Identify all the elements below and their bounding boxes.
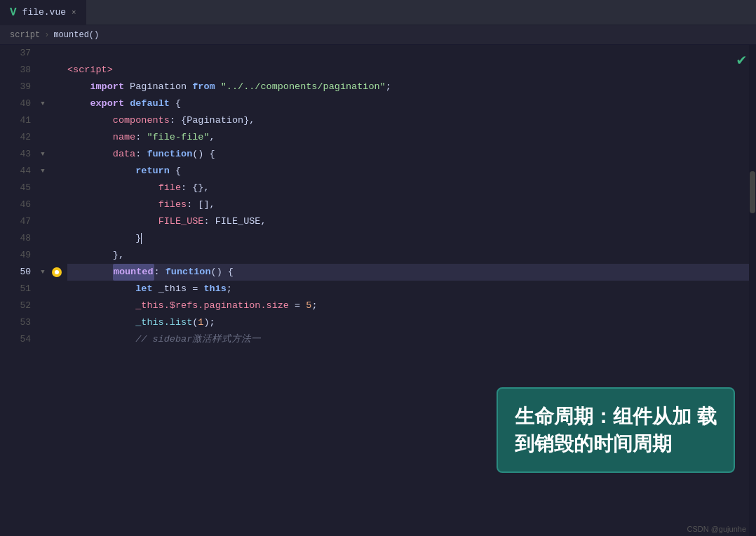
code-line-49: }, (67, 247, 749, 264)
token-kw2: import (90, 79, 124, 95)
scrollbar[interactable] (749, 45, 756, 536)
fold-cell-40[interactable]: ▼ (36, 95, 49, 112)
code-line-38: <script> (67, 62, 749, 79)
breadcrumb-method: mounted() (53, 30, 99, 40)
indent-space (67, 196, 158, 213)
indent-space (67, 297, 135, 314)
scrollbar-thumb[interactable] (750, 171, 755, 213)
bulb-cell-49 (49, 247, 65, 264)
code-line-45: file: {}, (67, 180, 749, 196)
bulb-cell-38 (49, 62, 65, 79)
vue-icon: V (10, 6, 17, 19)
lightbulb-icon[interactable] (52, 267, 62, 277)
indent-space (67, 163, 135, 180)
token-prop: FILE_USE (158, 213, 204, 230)
tab-bar: V file.vue × (0, 0, 756, 25)
code-line-51: let _this = this; (67, 281, 749, 297)
token-num: 5 (306, 297, 311, 314)
bulb-cell-51 (49, 281, 65, 297)
tab-item-file-vue[interactable]: V file.vue × (0, 0, 87, 25)
tab-close-button[interactable]: × (72, 8, 76, 17)
line-number-51: 51 (20, 281, 31, 297)
tab-filename: file.vue (22, 7, 66, 18)
token-var: ( (192, 314, 198, 331)
fold-cell-50[interactable]: ▼ (36, 264, 49, 281)
fold-cell-49 (36, 247, 49, 264)
fold-cell-43[interactable]: ▼ (36, 146, 49, 163)
text-cursor (141, 233, 142, 244)
line-number-50: 50 (20, 264, 31, 281)
fold-cell-54 (36, 331, 49, 348)
token-var: { (170, 95, 181, 112)
fold-cell-51 (36, 281, 49, 297)
token-var: , (210, 129, 215, 146)
code-line-40: export default { (67, 95, 749, 112)
fold-cell-37 (36, 45, 49, 62)
fold-cell-47 (36, 213, 49, 230)
code-line-47: FILE_USE: FILE_USE, (67, 213, 749, 230)
code-line-37 (67, 45, 749, 62)
token-prop: _this.$refs.pagination.size (135, 297, 289, 314)
token-comment: // sidebar激活样式方法一 (135, 331, 261, 348)
fold-cell-52 (36, 297, 49, 314)
fold-cell-41 (36, 112, 49, 129)
line-number-48: 48 (20, 230, 31, 247)
token-var: : (135, 129, 147, 146)
bulb-cell-52 (49, 297, 65, 314)
token-prop: file (158, 180, 181, 196)
token-var: = (289, 297, 306, 314)
token-prop: data (113, 146, 135, 163)
fold-cell-46 (36, 196, 49, 213)
token-var: : (135, 146, 147, 163)
fold-cell-53 (36, 314, 49, 331)
token-var: ; (227, 281, 232, 297)
bulb-cell-39 (49, 79, 65, 95)
token-var: : {}, (181, 180, 210, 196)
token-var: }, (113, 247, 124, 264)
line-number-41: 41 (20, 112, 31, 129)
token-kw: from (192, 79, 215, 95)
line-number-53: 53 (20, 314, 31, 331)
fold-cell-39 (36, 79, 49, 95)
line-number-47: 47 (20, 213, 31, 230)
line-number-44: 44 (20, 163, 31, 180)
token-var: : FILE_USE, (203, 213, 266, 230)
indent-space (67, 247, 113, 264)
fold-arrow-icon[interactable]: ▼ (41, 100, 44, 107)
indent-space (67, 79, 90, 95)
fold-arrow-icon[interactable]: ▼ (41, 151, 44, 158)
bulb-cell-41 (49, 112, 65, 129)
bulb-cell-48 (49, 230, 65, 247)
token-num: 1 (198, 314, 203, 331)
token-var: : {Pagination}, (170, 112, 255, 129)
indent-space (67, 146, 113, 163)
checkmark-icon: ✔ (737, 51, 746, 69)
fold-gutter: ▼▼▼▼ (36, 45, 49, 536)
token-var: : (154, 264, 166, 281)
line-number-39: 39 (20, 79, 31, 95)
line-number-45: 45 (20, 180, 31, 196)
indent-space (67, 264, 113, 281)
fold-cell-38 (36, 62, 49, 79)
token-kw: default (130, 95, 170, 112)
line-number-38: 38 (20, 62, 31, 79)
token-var: Pagination (124, 79, 192, 95)
code-line-50: mounted: function() { (67, 264, 749, 281)
token-var: { (170, 163, 181, 180)
fold-arrow-icon[interactable]: ▼ (41, 168, 44, 175)
token-punct: ; (386, 79, 391, 95)
fold-cell-44[interactable]: ▼ (36, 163, 49, 180)
bulb-cell-45 (49, 180, 65, 196)
code-line-54: // sidebar激活样式方法一 (67, 331, 749, 348)
token-var: ; (311, 297, 317, 314)
bulb-cell-53 (49, 314, 65, 331)
bulb-cell-37 (49, 45, 65, 62)
indent-space (67, 95, 90, 112)
bulb-cell-46 (49, 196, 65, 213)
token-kw: function (166, 264, 211, 281)
bulb-cell-50[interactable] (49, 264, 65, 281)
token-var (215, 79, 221, 95)
highlighted-word: mounted (113, 264, 154, 281)
fold-arrow-icon[interactable]: ▼ (41, 269, 44, 276)
bulb-cell-47 (49, 213, 65, 230)
